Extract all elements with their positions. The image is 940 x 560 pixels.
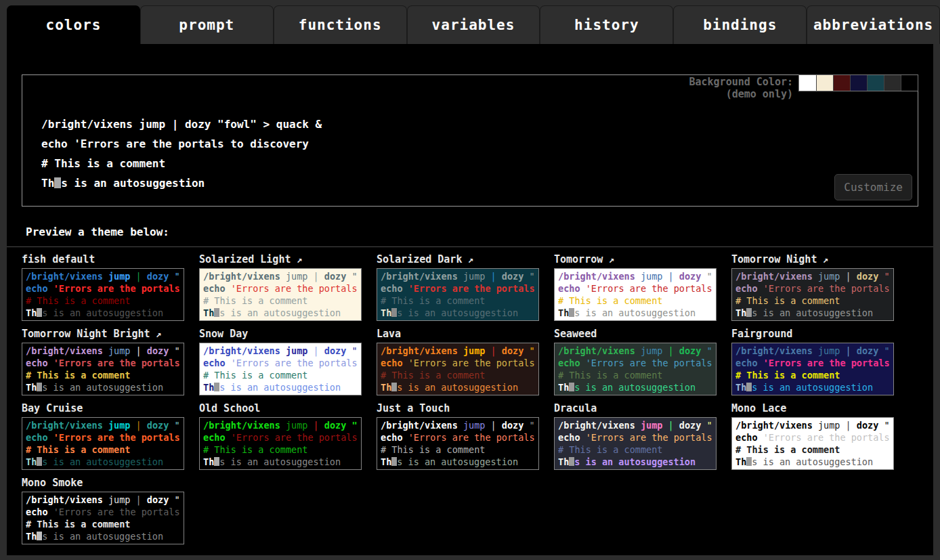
theme-sample-line-1: /bright/vixens jump | dozy " — [558, 270, 716, 282]
tab-functions[interactable]: functions — [274, 5, 407, 44]
theme-sample-box[interactable]: /bright/vixens jump | dozy "echo 'Errors… — [22, 268, 184, 321]
background-color-swatch-5[interactable] — [884, 75, 901, 91]
theme-card-dracula[interactable]: Dracula/bright/vixens jump | dozy "echo … — [554, 402, 717, 470]
code-segment: jump — [818, 420, 840, 431]
code-segment: echo — [558, 283, 580, 294]
code-segment — [580, 432, 586, 443]
theme-sample-line-autosuggestion: Ths is an autosuggestion — [735, 456, 893, 468]
code-segment: echo — [26, 432, 48, 443]
theme-sample-box[interactable]: /bright/vixens jump | dozy "echo 'Errors… — [22, 492, 184, 544]
theme-sample-box[interactable]: /bright/vixens jump | dozy "echo 'Errors… — [731, 343, 894, 395]
theme-sample-line-1: /bright/vixens jump | dozy " — [558, 345, 716, 357]
code-segment: Th — [26, 531, 37, 542]
code-segment: dozy — [324, 420, 347, 431]
theme-sample-box[interactable]: /bright/vixens jump | dozy "echo 'Errors… — [731, 417, 894, 470]
theme-card-old-school[interactable]: Old School/bright/vixens jump | dozy "ec… — [199, 402, 362, 470]
code-segment — [635, 271, 641, 282]
tab-abbreviations[interactable]: abbreviations — [807, 5, 940, 44]
background-color-swatch-1[interactable] — [816, 75, 833, 91]
customize-button[interactable]: Customize — [834, 174, 912, 200]
code-segment: 'Errors are the portals — [408, 358, 535, 368]
code-segment: s is an autosuggestion — [397, 307, 518, 318]
tab-bindings[interactable]: bindings — [673, 5, 807, 44]
theme-card-seaweed[interactable]: Seaweed/bright/vixens jump | dozy "echo … — [554, 328, 717, 395]
background-color-swatch-2[interactable] — [833, 75, 850, 91]
code-segment: # This is a comment — [558, 444, 662, 455]
theme-sample-box[interactable]: /bright/vixens jump | dozy "echo 'Errors… — [554, 417, 717, 470]
theme-card-snow-day[interactable]: Snow Day/bright/vixens jump | dozy "echo… — [199, 328, 362, 395]
theme-sample-box[interactable]: /bright/vixens jump | dozy "echo 'Errors… — [554, 268, 717, 321]
code-segment: # This is a comment — [735, 370, 840, 381]
external-link-icon[interactable]: ↗ — [291, 254, 302, 265]
code-segment: s is an autosuggestion — [219, 456, 341, 467]
code-segment: /bright/vixens — [203, 345, 280, 356]
theme-card-bay-cruise[interactable]: Bay Cruise/bright/vixens jump | dozy "ec… — [22, 402, 184, 470]
external-link-icon[interactable]: ↗ — [817, 254, 828, 265]
theme-sample-box[interactable]: /bright/vixens jump | dozy "echo 'Errors… — [199, 268, 362, 321]
theme-sample-box[interactable]: /bright/vixens jump | dozy "echo 'Errors… — [22, 417, 184, 470]
code-segment: /bright/vixens — [735, 345, 813, 356]
code-segment: jump — [286, 420, 308, 431]
code-segment: | — [130, 494, 146, 505]
code-segment: s is an autosuggestion — [574, 382, 696, 393]
theme-card-mono-lace[interactable]: Mono Lace/bright/vixens jump | dozy "ech… — [731, 402, 894, 470]
theme-sample-box[interactable]: /bright/vixens jump | dozy "echo 'Errors… — [731, 268, 894, 321]
tab-variables[interactable]: variables — [407, 5, 540, 44]
theme-card-solarized-dark[interactable]: Solarized Dark ↗/bright/vixens jump | do… — [377, 253, 539, 321]
code-segment — [635, 420, 641, 431]
theme-sample-box[interactable]: /bright/vixens jump | dozy "echo 'Errors… — [199, 417, 362, 470]
theme-card-lava[interactable]: Lava/bright/vixens jump | dozy "echo 'Er… — [377, 328, 539, 395]
code-segment: # This is a comment — [26, 519, 130, 530]
code-segment: /bright/vixens — [26, 420, 103, 431]
code-segment: echo — [735, 283, 758, 294]
external-link-icon[interactable]: ↗ — [603, 254, 614, 265]
theme-sample-box[interactable]: /bright/vixens jump | dozy "echo 'Errors… — [377, 343, 539, 395]
code-segment: dozy — [147, 345, 169, 356]
code-segment: Th — [381, 307, 391, 318]
theme-title: Seaweed — [554, 328, 717, 340]
theme-sample-box[interactable]: /bright/vixens jump | dozy "echo 'Errors… — [554, 343, 717, 395]
tab-prompt[interactable]: prompt — [140, 5, 274, 44]
theme-sample-box[interactable]: /bright/vixens jump | dozy "echo 'Errors… — [377, 417, 539, 470]
background-color-swatch-6[interactable] — [901, 75, 918, 91]
theme-card-tomorrow-night-bright[interactable]: Tomorrow Night Bright ↗/bright/vixens ju… — [22, 328, 184, 395]
external-link-icon[interactable]: ↗ — [150, 328, 162, 339]
theme-sample-line-3: # This is a comment — [26, 518, 184, 530]
code-segment: s is an autosuggestion — [219, 382, 341, 393]
code-segment: " — [346, 345, 357, 356]
code-segment: 'Errors are the portals — [54, 358, 180, 368]
theme-sample-box[interactable]: /bright/vixens jump | dozy "echo 'Errors… — [199, 343, 362, 395]
background-color-swatch-3[interactable] — [850, 75, 867, 91]
code-segment: /bright/vixens — [735, 271, 813, 282]
theme-sample-box[interactable]: /bright/vixens jump | dozy "echo 'Errors… — [22, 343, 184, 395]
theme-name: Lava — [377, 328, 401, 340]
code-segment: | — [130, 345, 146, 356]
background-color-swatch-0[interactable] — [799, 75, 816, 91]
code-segment: /bright/vixens — [26, 494, 103, 505]
theme-card-solarized-light[interactable]: Solarized Light ↗/bright/vixens jump | d… — [199, 253, 362, 321]
theme-card-fairground[interactable]: Fairground/bright/vixens jump | dozy "ec… — [731, 328, 894, 395]
theme-card-mono-smoke[interactable]: Mono Smoke/bright/vixens jump | dozy "ec… — [22, 477, 184, 544]
tab-history[interactable]: history — [540, 5, 673, 44]
code-segment: | — [662, 271, 679, 282]
theme-card-tomorrow-night[interactable]: Tomorrow Night ↗/bright/vixens jump | do… — [731, 253, 894, 321]
code-segment: Th — [735, 307, 746, 318]
code-segment: dozy — [502, 271, 524, 282]
theme-card-tomorrow[interactable]: Tomorrow ↗/bright/vixens jump | dozy "ec… — [554, 253, 717, 321]
theme-name: Solarized Dark — [377, 253, 462, 265]
terminal-line-autosuggestion: Ths is an autosuggestion — [41, 173, 322, 193]
theme-sample-box[interactable]: /bright/vixens jump | dozy "echo 'Errors… — [377, 268, 539, 321]
code-segment: " — [169, 345, 179, 356]
tab-colors[interactable]: colors — [7, 5, 140, 44]
theme-card-fish-default[interactable]: fish default/bright/vixens jump | dozy "… — [22, 253, 184, 321]
theme-card-just-a-touch[interactable]: Just a Touch/bright/vixens jump | dozy "… — [377, 402, 539, 470]
theme-sample-line-2: echo 'Errors are the portals — [558, 282, 716, 295]
code-segment: 'Errors are the portals — [54, 507, 180, 517]
external-link-icon[interactable]: ↗ — [462, 254, 473, 265]
background-color-swatch-4[interactable] — [867, 75, 884, 91]
code-segment: # This is a comment — [735, 295, 840, 306]
code-segment: s is an autosuggestion — [42, 307, 163, 318]
theme-sample-line-2: echo 'Errors are the portals — [26, 431, 184, 444]
code-segment: s is an autosuggestion — [752, 307, 873, 318]
theme-sample-line-3: # This is a comment — [203, 444, 361, 456]
